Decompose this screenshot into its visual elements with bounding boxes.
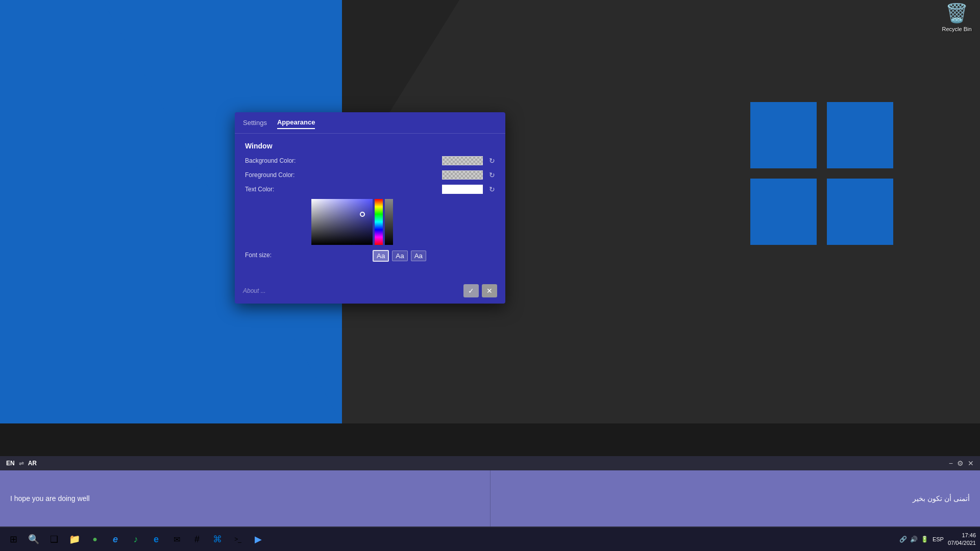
color-gradient-area[interactable] [311, 199, 373, 245]
background-color-label: Background Color: [245, 157, 306, 164]
foreground-color-swatch[interactable] [442, 170, 483, 180]
tray-battery[interactable]: 🔋 [921, 536, 928, 543]
taskbar-edge-legacy[interactable]: e [106, 530, 125, 548]
taskbar-left: ⊞ 🔍 ❑ 📁 ● e ♪ e ✉ # ⌘ >_ ▶ [4, 530, 267, 548]
foreground-color-row: Foreground Color: ↻ [245, 170, 495, 180]
clock[interactable]: 17:46 07/04/2021 [948, 532, 976, 547]
confirm-button[interactable]: ✓ [463, 284, 479, 297]
close-button[interactable]: ✕ [968, 459, 974, 467]
font-size-large[interactable]: Aa [411, 251, 426, 261]
minimize-button[interactable]: − [949, 459, 953, 467]
taskbar-right: 🔗 🔊 🔋 ESP 17:46 07/04/2021 [899, 532, 976, 547]
swap-icon[interactable]: ⇌ [19, 460, 24, 467]
taskbar-start[interactable]: ⊞ [4, 530, 22, 548]
color-picker-handle[interactable] [360, 212, 365, 217]
win-logo-pane-br [827, 179, 893, 245]
translated-text: أتمنى أن تكون بخير [913, 494, 970, 503]
clock-time: 17:46 [948, 532, 976, 539]
cancel-button[interactable]: ✕ [482, 284, 497, 297]
language-label[interactable]: ESP [933, 536, 944, 542]
lang-to-label: AR [28, 460, 37, 467]
tray-network[interactable]: 🔗 [899, 536, 907, 543]
appearance-tab[interactable]: Appearance [277, 116, 315, 129]
color-picker[interactable] [311, 199, 495, 245]
background-color-reset[interactable]: ↻ [489, 157, 495, 165]
win-logo-pane-tr [827, 102, 893, 168]
background-color-row: Background Color: ↻ [245, 156, 495, 165]
hue-slider[interactable] [375, 199, 383, 245]
taskbar-edge[interactable]: e [147, 530, 165, 548]
alpha-slider[interactable] [385, 199, 393, 245]
taskbar: ⊞ 🔍 ❑ 📁 ● e ♪ e ✉ # ⌘ >_ ▶ 🔗 🔊 🔋 ESP 17:… [0, 528, 980, 551]
font-size-options: Aa Aa Aa [373, 250, 426, 262]
text-color-label: Text Color: [245, 186, 306, 193]
dialog-footer: About ... ✓ ✕ [243, 284, 497, 297]
taskbar-vscode[interactable]: ⌘ [208, 530, 227, 548]
text-color-reset[interactable]: ↻ [489, 185, 495, 193]
translator-panels: I hope you are doing well أتمنى أن تكون … [0, 470, 980, 527]
dialog-content: Window Background Color: ↻ Foreground Co… [235, 134, 505, 275]
translated-panel[interactable]: أتمنى أن تكون بخير [491, 470, 981, 527]
taskbar-chrome[interactable]: ● [86, 530, 104, 548]
text-color-row: Text Color: ↻ [245, 185, 495, 194]
recycle-bin[interactable]: 🗑️ Recycle Bin [938, 3, 976, 33]
footer-buttons: ✓ ✕ [463, 284, 497, 297]
tray-icons: 🔗 🔊 🔋 [899, 536, 928, 543]
taskbar-task-view[interactable]: ❑ [45, 530, 63, 548]
taskbar-file-explorer[interactable]: 📁 [65, 530, 84, 548]
settings-button[interactable]: ⚙ [957, 459, 964, 467]
translator-controls: − ⚙ ✕ [949, 459, 974, 467]
font-size-small[interactable]: Aa [373, 250, 389, 262]
taskbar-spotify[interactable]: ♪ [127, 530, 145, 548]
recycle-bin-icon: 🗑️ [938, 3, 976, 24]
text-color-swatch[interactable] [442, 185, 483, 194]
taskbar-search[interactable]: 🔍 [24, 530, 43, 548]
desktop: 🗑️ Recycle Bin Settings Appearance Windo… [0, 0, 980, 423]
clock-date: 07/04/2021 [948, 539, 976, 547]
taskbar-mail[interactable]: ✉ [167, 530, 186, 548]
translator-header: EN ⇌ AR − ⚙ ✕ [0, 456, 980, 470]
foreground-color-reset[interactable]: ↻ [489, 171, 495, 179]
source-panel[interactable]: I hope you are doing well [0, 470, 491, 527]
taskbar-calculator[interactable]: # [188, 530, 206, 548]
translator-bar: EN ⇌ AR − ⚙ ✕ I hope you are doing well … [0, 456, 980, 528]
font-size-medium[interactable]: Aa [392, 251, 407, 261]
background-color-swatch[interactable] [442, 156, 483, 165]
font-size-row: Font size: Aa Aa Aa [245, 248, 495, 262]
about-link[interactable]: About ... [243, 287, 266, 294]
taskbar-app-blue[interactable]: ▶ [249, 530, 267, 548]
recycle-bin-label: Recycle Bin [942, 26, 971, 32]
lang-from-label: EN [6, 460, 15, 467]
taskbar-terminal[interactable]: >_ [229, 530, 247, 548]
foreground-color-label: Foreground Color: [245, 171, 306, 179]
windows-logo [750, 102, 903, 255]
tray-volume[interactable]: 🔊 [910, 536, 918, 543]
appearance-dialog: Settings Appearance Window Background Co… [235, 112, 505, 304]
win-logo-pane-tl [750, 102, 817, 168]
dialog-header: Settings Appearance [235, 112, 505, 134]
section-window: Window [245, 142, 495, 150]
font-size-label: Font size: [245, 252, 306, 259]
settings-tab[interactable]: Settings [243, 117, 267, 129]
source-text: I hope you are doing well [10, 494, 90, 503]
win-logo-pane-bl [750, 179, 817, 245]
